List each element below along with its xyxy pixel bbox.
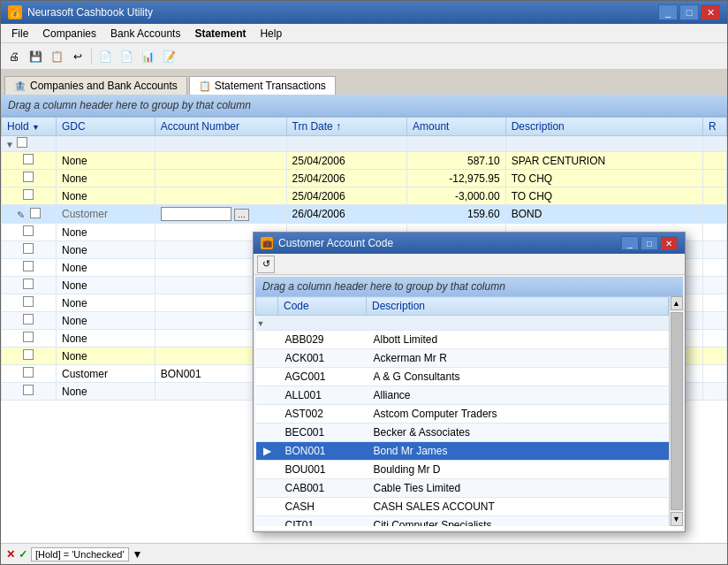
row-code: BON001 [278,442,367,461]
dialog-col-description[interactable]: Description [367,297,669,316]
row-checkbox[interactable] [23,314,34,324]
menu-companies[interactable]: Companies [35,26,103,42]
tab-companies-icon: 🏦 [14,80,27,92]
row-gdc: None [56,347,155,365]
row-description: Cable Ties Limited [367,479,669,498]
dialog-scroll-content[interactable]: Code Description ▼ [255,296,669,526]
dialog-col-code[interactable]: Code [278,297,367,316]
dialog-table-row[interactable]: ACK001 Ackerman Mr R [256,349,669,368]
row-checkbox[interactable] [23,261,34,271]
dialog-table-row[interactable]: CASH CASH SALES ACCOUNT [256,498,669,516]
row-gdc: None [56,294,155,312]
account-lookup-button[interactable]: … [234,209,249,221]
row-r [703,170,727,187]
dialog-table-row[interactable]: ALL001 Alliance [256,386,669,405]
row-r [703,152,727,170]
new-button[interactable]: 📄 [95,47,115,66]
account-input[interactable] [161,207,231,221]
row-checkbox[interactable] [23,385,34,395]
row-amount: 159.60 [407,205,506,224]
print-button[interactable]: 🖨 [4,47,24,66]
row-checkbox[interactable] [23,225,34,236]
col-amount[interactable]: Amount [407,118,506,136]
main-area: Drag a column header here to group by th… [1,95,727,564]
row-description: CASH SALES ACCOUNT [367,498,669,516]
row-checkbox[interactable] [23,332,34,342]
dialog-table-area: Code Description ▼ [255,296,683,526]
menu-statement[interactable]: Statement [187,26,253,42]
table-row: None 25/04/2006 -12,975.95 TO CHQ [2,170,727,187]
dialog-refresh-button[interactable]: ↺ [257,256,275,273]
dialog-table-row[interactable]: BEC001 Becker & Associates [256,424,669,442]
menu-file[interactable]: File [4,26,35,42]
table-row-active: ✎ Customer … 26/04/2006 159.60 BOND [2,205,727,224]
row-checkbox[interactable] [23,349,34,360]
row-code: CIT01 [278,516,367,527]
col-hold[interactable]: Hold ▼ [2,118,57,136]
undo-button[interactable]: ↩ [68,47,87,66]
dialog-toolbar: ↺ [254,254,685,275]
row-checkbox[interactable] [23,367,34,378]
row-description: Alliance [367,386,669,405]
open-button[interactable]: 📄 [117,47,136,66]
scroll-thumb[interactable] [671,312,683,510]
filter-check-icon[interactable]: ✓ [19,548,27,561]
row-account [155,170,286,187]
close-button[interactable]: ✕ [701,4,720,20]
col-account-number[interactable]: Account Number [155,118,286,136]
edit-button[interactable]: 📝 [159,47,178,66]
dialog-table-row[interactable]: AGC001 A & G Consultants [256,368,669,386]
maximize-button[interactable]: □ [679,4,699,20]
dialog-minimize[interactable]: _ [621,236,639,250]
status-bar: ✕ ✓ [Hold] = 'Unchecked' ▼ [1,543,727,564]
row-gdc: Customer [56,205,155,224]
tab-companies-bank-accounts[interactable]: 🏦 Companies and Bank Accounts [4,76,187,95]
tab-statement-transactions[interactable]: 📋 Statement Transactions [189,76,336,95]
row-checkbox[interactable] [23,189,34,200]
col-trn-date[interactable]: Trn Date ↑ [286,118,406,136]
dialog-table-row-selected[interactable]: ▶ BON001 Bond Mr James [256,442,669,461]
menu-bank-accounts[interactable]: Bank Accounts [103,26,187,42]
dialog-title-bar: 💼 Customer Account Code _ □ ✕ [254,233,685,254]
save-button[interactable]: 💾 [26,47,45,66]
dialog-table-row[interactable]: AST002 Astcom Computer Traders [256,405,669,424]
row-checkbox[interactable] [23,154,34,164]
filter-r [703,136,727,152]
tab-bar: 🏦 Companies and Bank Accounts 📋 Statemen… [1,70,727,95]
row-desc: SPAR CENTURION [505,152,702,170]
scroll-down-button[interactable]: ▼ [671,512,683,526]
row-description: Ackerman Mr R [367,349,669,368]
row-checkbox[interactable] [23,279,34,289]
dialog-maximize[interactable]: □ [641,236,658,250]
row-gdc: None [56,187,155,205]
row-checkbox[interactable] [23,296,34,307]
row-gdc: None [56,330,155,347]
row-checkbox[interactable] [23,172,34,182]
dialog-close[interactable]: ✕ [660,236,678,250]
minimize-button[interactable]: _ [658,4,678,20]
dialog-table-row[interactable]: ABB029 Albott Limited [256,331,669,349]
filter-icon: ▼ [5,140,14,149]
filter-x-icon[interactable]: ✕ [6,548,15,561]
row-description: Astcom Computer Traders [367,405,669,424]
row-checkbox[interactable] [23,243,34,254]
filter-dropdown-icon[interactable]: ▼ [133,548,143,561]
row-checkbox[interactable] [30,208,41,218]
dialog-table-row[interactable]: BOU001 Boulding Mr D [256,461,669,479]
title-bar: 💰 Neurasoft Cashbook Utility _ □ ✕ [1,1,727,24]
col-description[interactable]: Description [505,118,702,136]
table-header-row: Hold ▼ GDC Account Number Trn Date ↑ Amo… [2,118,727,136]
row-description: Albott Limited [367,331,669,349]
col-gdc[interactable]: GDC [56,118,155,136]
dialog-table-row[interactable]: CAB001 Cable Ties Limited [256,479,669,498]
copy-button[interactable]: 📋 [47,47,66,66]
col-r[interactable]: R [703,118,727,136]
chart-button[interactable]: 📊 [138,47,157,66]
menu-help[interactable]: Help [253,26,289,42]
col-arrow [256,297,278,316]
menu-bar: File Companies Bank Accounts Statement H… [1,24,727,43]
scroll-up-button[interactable]: ▲ [671,296,683,310]
row-desc: TO CHQ [505,187,702,205]
filter-checkbox[interactable] [17,137,27,148]
dialog-table-row[interactable]: CIT01 Citi Computer Specialists [256,516,669,527]
